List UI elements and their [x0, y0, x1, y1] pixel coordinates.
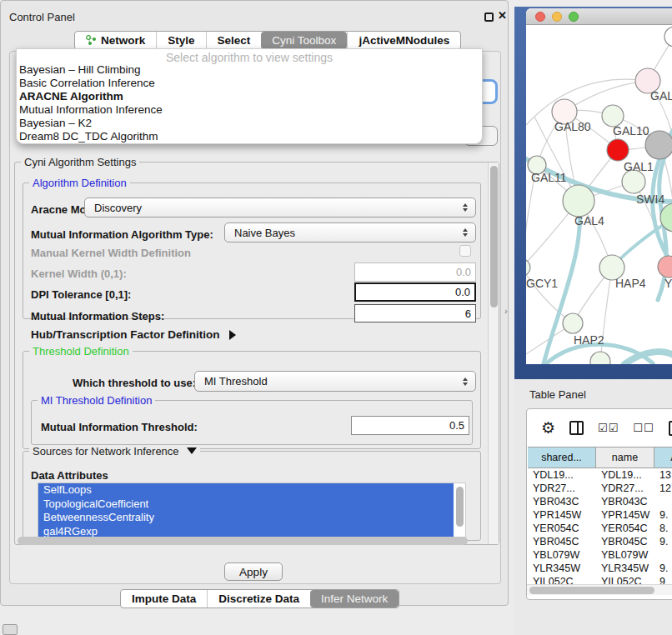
apply-button[interactable]: Apply [224, 562, 283, 581]
close-icon[interactable]: ✕ [498, 9, 507, 22]
table-cell[interactable]: YBR043C [596, 495, 654, 508]
node-label: GAL1 [624, 160, 654, 173]
table-cell[interactable]: YDR27... [596, 482, 654, 495]
table-cell[interactable]: YBR043C [528, 495, 596, 508]
mi-threshold-input[interactable] [351, 416, 469, 435]
table-cell[interactable]: YDL19... [596, 468, 654, 482]
tab-infer-network[interactable]: Infer Network [310, 590, 399, 608]
table-cell[interactable] [654, 495, 672, 508]
network-node-gal1[interactable] [607, 139, 629, 161]
table-cell[interactable]: 9. [654, 508, 672, 522]
table-row[interactable]: YDR27...YDR27...12 [528, 482, 672, 495]
table-cell[interactable]: 9. [654, 535, 672, 548]
table-cell[interactable]: YPR145W [596, 508, 654, 522]
dropdown-item-selected[interactable]: ARACNE Algorithm [17, 90, 482, 103]
tab-cyni-toolbox[interactable]: Cyni Toolbox [261, 32, 347, 49]
table-row[interactable]: YBR045CYBR045C9. [528, 535, 672, 548]
unselect-all-columns-icon[interactable]: ☐☐ [633, 422, 654, 434]
table-panel-title: Table Panel [529, 388, 586, 401]
kernel-width-input[interactable] [354, 262, 476, 282]
mi-steps-input[interactable] [354, 304, 476, 322]
network-node-gcy1[interactable] [526, 259, 530, 276]
hub-definition-toggle[interactable]: Hub/Transcription Factor Definition [31, 328, 236, 341]
column-header-extra[interactable]: A [654, 448, 672, 468]
close-traffic-light-icon[interactable] [535, 12, 545, 22]
column-header-shared-name[interactable]: shared... [528, 448, 596, 468]
tab-discretize-data[interactable]: Discretize Data [207, 590, 310, 608]
attribute-item-selected[interactable]: BetweennessCentrality [38, 511, 454, 525]
network-node-swi4[interactable] [622, 170, 645, 193]
attribute-item-selected[interactable]: SelfLoops [38, 483, 454, 498]
table-row[interactable]: YBR043CYBR043C [528, 495, 672, 508]
splitpane-handle[interactable]: › [504, 306, 508, 316]
page-icon[interactable] [669, 421, 672, 436]
settings-hscrollbar[interactable] [18, 537, 468, 545]
network-view-window[interactable]: GALGAL80GAL10GAL1GAL11GAL4SWI4GCY1HAP4YH… [526, 8, 672, 364]
dropdown-item[interactable]: Mutual Information Inference [17, 103, 482, 117]
dropdown-item[interactable]: Bayesian – Hill Climbing [17, 63, 482, 77]
mi-steps-label: Mutual Information Steps: [31, 310, 164, 322]
minimize-traffic-light-icon[interactable] [552, 12, 562, 22]
control-panel-window: Control Panel ✕ Network Style Select Cyn… [0, 0, 509, 606]
column-header-name[interactable]: name [596, 448, 654, 468]
bottom-tabbar: Impute Data Discretize Data Infer Networ… [120, 589, 399, 608]
table-cell[interactable]: 12 [654, 482, 672, 495]
table-row[interactable]: YPR145WYPR145W9. [528, 508, 672, 522]
table-cell[interactable]: YPR145W [528, 508, 596, 522]
table-cell[interactable]: 9. [654, 562, 672, 575]
network-node-gal4[interactable] [563, 185, 594, 217]
network-canvas[interactable]: GALGAL80GAL10GAL1GAL11GAL4SWI4GCY1HAP4YH… [526, 25, 672, 364]
network-node[interactable] [645, 131, 672, 159]
table-cell[interactable]: YER054C [528, 522, 596, 535]
columns-icon[interactable] [569, 421, 584, 435]
table-cell[interactable]: YBR045C [528, 535, 596, 548]
settings-vscrollbar[interactable] [488, 162, 499, 544]
sources-title[interactable]: Sources for Network Inference [29, 445, 200, 458]
table-cell[interactable]: YBL079W [528, 548, 596, 562]
float-window-icon[interactable] [484, 12, 494, 22]
manual-kernel-checkbox[interactable] [459, 245, 471, 257]
list-vscrollbar[interactable] [456, 487, 464, 527]
table-row[interactable]: YLR345WYLR345W9. [528, 562, 672, 575]
tab-impute-data[interactable]: Impute Data [121, 590, 207, 608]
network-node-hap2[interactable] [563, 313, 583, 333]
table-cell[interactable]: 13 [654, 468, 672, 482]
dropdown-item[interactable]: Dream8 DC_TDC Algorithm [17, 130, 482, 143]
tab-network[interactable]: Network [75, 32, 156, 49]
tab-jactivemnodules[interactable]: jActiveMNodules [347, 32, 460, 49]
network-node-y[interactable] [658, 256, 672, 278]
table-hscrollbar[interactable] [527, 584, 672, 595]
tab-select[interactable]: Select [206, 32, 262, 49]
table-panel-card: ⚙ ☑☑ ☐☐ shared... name A YDL19...YDL19..… [526, 408, 672, 600]
table-cell[interactable]: YDL19... [528, 468, 596, 482]
tab-style[interactable]: Style [156, 32, 205, 49]
dropdown-item[interactable]: Basic Correlation Inference [17, 77, 482, 90]
select-all-columns-icon[interactable]: ☑☑ [598, 422, 619, 434]
table-cell[interactable]: YLR345W [596, 562, 654, 575]
mi-type-select[interactable]: Naive Bayes [224, 222, 476, 242]
node-label: Y [664, 277, 672, 290]
table-cell[interactable]: YER054C [596, 522, 654, 535]
zoom-traffic-light-icon[interactable] [569, 12, 579, 22]
table-cell[interactable]: YBR045C [596, 535, 654, 548]
dpi-tolerance-input[interactable] [354, 282, 476, 302]
table-cell[interactable] [654, 548, 672, 562]
table-cell[interactable]: YLR345W [528, 562, 596, 575]
table-row[interactable]: YDL19...YDL19...13 [528, 468, 672, 482]
aracne-mode-select[interactable]: Discovery [84, 198, 476, 218]
table-cell[interactable]: 8. [654, 522, 672, 535]
dropdown-item[interactable]: Bayesian – K2 [17, 117, 482, 130]
table-cell[interactable]: YBL079W [596, 548, 654, 562]
gear-icon[interactable]: ⚙ [541, 418, 555, 438]
table-row[interactable]: YBL079WYBL079W [528, 548, 672, 562]
table-cell[interactable]: YDR27... [528, 482, 596, 495]
network-window-titlebar[interactable] [526, 8, 672, 25]
mini-corner-button[interactable] [3, 624, 18, 635]
data-attributes-list[interactable]: SelfLoops TopologicalCoefficient Between… [38, 482, 466, 538]
which-threshold-select[interactable]: MI Threshold [194, 371, 476, 392]
network-node[interactable] [590, 352, 610, 364]
table-row[interactable]: YER054CYER054C8. [528, 522, 672, 535]
data-attributes-label: Data Attributes [31, 469, 108, 482]
network-node[interactable] [664, 27, 672, 47]
attribute-item-selected[interactable]: TopologicalCoefficient [38, 498, 454, 512]
